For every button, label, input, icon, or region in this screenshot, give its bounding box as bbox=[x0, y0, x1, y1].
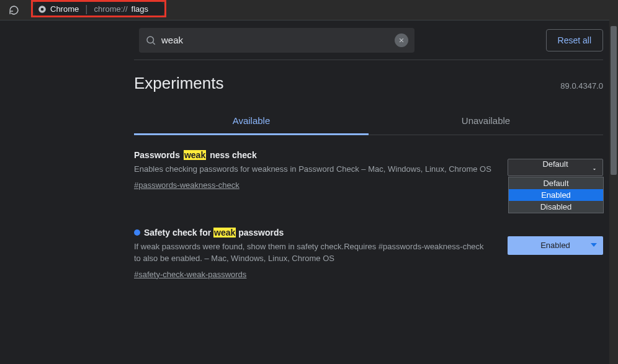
flags-page: Reset all Experiments 89.0.4347.0 Availa… bbox=[0, 20, 618, 364]
page-title: Experiments bbox=[134, 74, 224, 93]
flag-title-post: passwords bbox=[236, 228, 284, 237]
omnibox-url-prefix: chrome:// bbox=[94, 4, 127, 14]
search-box[interactable] bbox=[139, 28, 414, 53]
flag-anchor-link[interactable]: #safety-check-weak-passwords bbox=[134, 270, 246, 279]
flag-title-highlight: weak bbox=[184, 150, 206, 160]
version-label: 89.0.4347.0 bbox=[560, 81, 603, 91]
omnibox-app-label: Chrome bbox=[50, 4, 79, 14]
svg-line-3 bbox=[153, 42, 154, 44]
tab-unavailable[interactable]: Unavailable bbox=[369, 108, 603, 135]
dropdown-value: Default bbox=[542, 159, 568, 169]
tabs: Available Unavailable bbox=[134, 108, 603, 135]
chrome-icon bbox=[38, 5, 47, 14]
flag-title: Passwords weakness check bbox=[134, 150, 493, 160]
dropdown-menu: Default Enabled Disabled bbox=[508, 177, 604, 213]
omnibox-separator: | bbox=[85, 4, 87, 15]
search-bar-row: Reset all bbox=[134, 20, 603, 60]
chevron-down-icon bbox=[591, 165, 598, 174]
dropdown-option-enabled[interactable]: Enabled bbox=[509, 189, 603, 201]
flag-title-pre: Safety check for bbox=[144, 228, 213, 237]
svg-point-1 bbox=[41, 7, 44, 11]
flag-title-highlight: weak bbox=[213, 228, 236, 237]
flag-title-pre: Passwords bbox=[134, 150, 180, 160]
search-input[interactable] bbox=[161, 35, 390, 45]
chevron-down-icon bbox=[591, 243, 597, 247]
scrollbar-thumb[interactable] bbox=[611, 26, 617, 175]
flag-title: Safety check for weak passwords bbox=[134, 228, 493, 237]
omnibox-url-path: flags bbox=[132, 4, 148, 14]
flag-dropdown[interactable]: Enabled bbox=[508, 236, 603, 255]
flag-dropdown[interactable]: Default Default Enabled Disabled bbox=[508, 159, 603, 176]
svg-point-2 bbox=[147, 37, 154, 43]
flag-anchor-link[interactable]: #passwords-weakness-check bbox=[134, 180, 240, 190]
reset-all-button[interactable]: Reset all bbox=[546, 29, 603, 51]
modified-indicator-dot bbox=[134, 229, 140, 236]
clear-search-button[interactable] bbox=[395, 33, 408, 47]
omnibox[interactable]: Chrome | chrome://flags bbox=[33, 1, 165, 17]
flag-safety-check-weak-passwords: Safety check for weak passwords If weak … bbox=[134, 213, 603, 280]
flag-passwords-weakness-check: Passwords weakness check Enables checkin… bbox=[134, 135, 603, 190]
flag-title-post: ness check bbox=[210, 150, 257, 160]
dropdown-value: Enabled bbox=[540, 241, 570, 250]
search-icon bbox=[145, 35, 156, 46]
flag-description: Enables checking passwords for weakness … bbox=[134, 164, 493, 175]
tab-available[interactable]: Available bbox=[134, 108, 369, 135]
dropdown-option-default[interactable]: Default bbox=[509, 177, 603, 189]
dropdown-option-disabled[interactable]: Disabled bbox=[509, 201, 603, 213]
flag-description: If weak passwords were found, show them … bbox=[134, 241, 493, 265]
vertical-scrollbar[interactable] bbox=[609, 20, 618, 364]
reload-button[interactable] bbox=[5, 1, 22, 19]
